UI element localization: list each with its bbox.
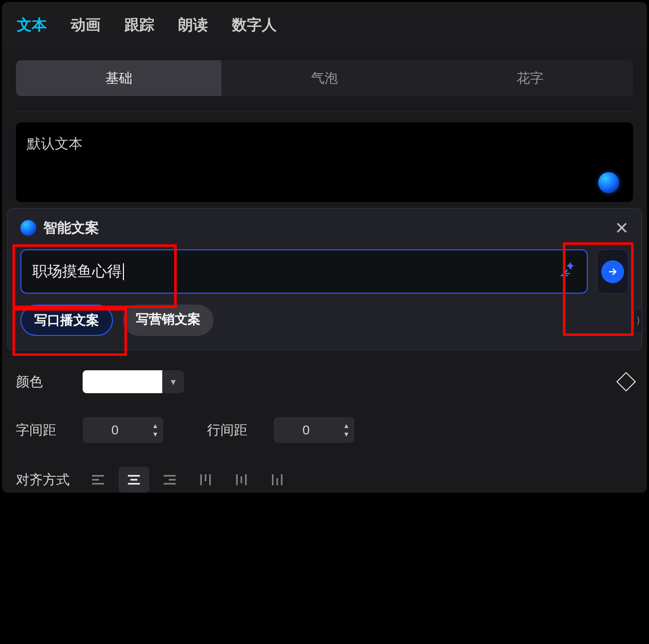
vertical-align-center-button[interactable] bbox=[226, 467, 257, 493]
divider bbox=[16, 111, 633, 111]
line-spacing-value: 0 bbox=[274, 423, 338, 438]
line-spacing-stepper[interactable]: ▲▼ bbox=[338, 423, 354, 437]
spacing-row: 字间距 0 ▲▼ 行间距 0 ▲▼ bbox=[16, 417, 633, 443]
top-tab-bar: 文本 动画 跟踪 朗读 数字人 bbox=[2, 2, 647, 46]
ai-orb-icon[interactable] bbox=[598, 172, 619, 193]
subtab-basic[interactable]: 基础 bbox=[16, 60, 221, 96]
color-label: 颜色 bbox=[16, 373, 71, 391]
vertical-align-right-button[interactable] bbox=[262, 467, 293, 493]
keyframe-diamond-icon[interactable] bbox=[616, 372, 636, 392]
send-button[interactable] bbox=[597, 249, 629, 294]
align-right-button[interactable] bbox=[154, 467, 185, 493]
color-swatch bbox=[83, 370, 162, 393]
line-spacing-label: 行间距 bbox=[207, 421, 262, 439]
color-row: 颜色 ▾ bbox=[16, 370, 633, 393]
tab-avatar[interactable]: 数字人 bbox=[232, 15, 277, 35]
text-placeholder: 默认文本 bbox=[27, 136, 83, 151]
sub-tab-bar: 基础 气泡 花字 bbox=[16, 60, 633, 96]
color-picker[interactable]: ▾ bbox=[83, 370, 184, 393]
close-icon[interactable]: ✕ bbox=[615, 219, 629, 236]
tab-text[interactable]: 文本 bbox=[17, 15, 47, 35]
align-label: 对齐方式 bbox=[16, 471, 71, 489]
chevron-down-icon[interactable]: ▾ bbox=[162, 376, 184, 388]
tab-read[interactable]: 朗读 bbox=[178, 15, 208, 35]
letter-spacing-value: 0 bbox=[83, 423, 147, 438]
ai-orb-icon bbox=[20, 220, 36, 236]
letter-spacing-label: 字间距 bbox=[16, 421, 71, 439]
letter-spacing-stepper[interactable]: ▲▼ bbox=[147, 423, 163, 437]
tab-tracking[interactable]: 跟踪 bbox=[124, 15, 154, 35]
text-content-box[interactable]: 默认文本 bbox=[16, 122, 633, 202]
prompt-input-text: 职场摸鱼心得 bbox=[32, 261, 122, 282]
chip-marketing-copy[interactable]: 写营销文案 bbox=[123, 305, 214, 336]
prompt-input[interactable]: 职场摸鱼心得 bbox=[20, 249, 588, 294]
line-spacing-input[interactable]: 0 ▲▼ bbox=[274, 417, 354, 443]
align-row: 对齐方式 bbox=[16, 467, 633, 493]
chip-voiceover-copy[interactable]: 写口播文案 bbox=[20, 305, 113, 336]
arrow-right-icon bbox=[607, 266, 618, 277]
subtab-fancy[interactable]: 花字 bbox=[428, 60, 633, 96]
magic-wand-icon[interactable] bbox=[559, 261, 576, 282]
align-center-button[interactable] bbox=[118, 467, 149, 493]
popup-title: 智能文案 bbox=[43, 218, 99, 237]
tab-animation[interactable]: 动画 bbox=[71, 15, 101, 35]
subtab-bubble[interactable]: 气泡 bbox=[221, 60, 427, 96]
align-left-button[interactable] bbox=[83, 467, 113, 493]
letter-spacing-input[interactable]: 0 ▲▼ bbox=[83, 417, 163, 443]
resize-handle-icon[interactable]: ⟩ bbox=[634, 308, 643, 333]
vertical-align-left-button[interactable] bbox=[190, 467, 221, 493]
smart-copy-popup: 智能文案 ✕ 职场摸鱼心得 bbox=[7, 208, 642, 350]
